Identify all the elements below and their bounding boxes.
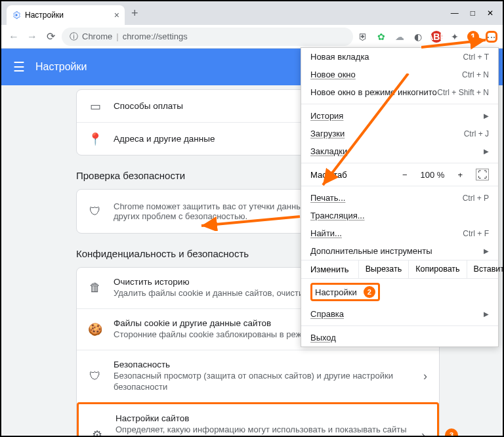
menu-edit-row: Изменить Вырезать Копировать Вставить (301, 260, 498, 279)
reload-button[interactable]: ⟳ (43, 30, 58, 44)
pocket-ext-icon[interactable]: ⛨ (357, 31, 369, 43)
dark-ext-icon[interactable]: ◐ (412, 31, 424, 43)
shield-check-icon: 🛡 (89, 205, 102, 218)
zoom-in-button[interactable]: + (453, 170, 467, 180)
annotation-badge-1: 1 (467, 31, 479, 43)
menu-history[interactable]: История▶ (301, 107, 498, 125)
row-subtitle: Безопасный просмотр (защита от опасных с… (114, 371, 411, 393)
cloud-ext-icon[interactable]: ☁ (394, 31, 406, 43)
omnibox[interactable]: ⓘ Chrome | chrome://settings (62, 28, 353, 46)
row-title: Безопасность (114, 360, 411, 369)
row-site-settings[interactable]: ⚙ Настройки сайтов Определяет, какую инф… (77, 402, 439, 436)
row-subtitle: Определяет, какую информацию могут испол… (116, 425, 410, 436)
forward-button[interactable]: → (25, 30, 39, 44)
browser-toolbar: ← → ⟳ ⓘ Chrome | chrome://settings ⛨ ✿ ☁… (1, 25, 503, 49)
close-tab-icon[interactable]: × (114, 10, 119, 20)
menu-more-tools[interactable]: Дополнительные инструменты▶ (301, 242, 498, 260)
window-maximize[interactable]: □ (471, 9, 475, 18)
shield-icon: 🛡 (89, 369, 102, 383)
lock-icon: ⓘ (70, 31, 78, 43)
annotation-badge-2: 2 (364, 286, 375, 298)
menu-settings[interactable]: Настройки 2 (301, 279, 498, 305)
sliders-icon: ⚙ (91, 428, 104, 436)
evernote-ext-icon[interactable]: ✿ (375, 31, 387, 43)
menu-find[interactable]: Найти...Ctrl + F (301, 224, 498, 242)
menu-copy[interactable]: Копировать (408, 260, 466, 278)
zoom-out-button[interactable]: − (398, 170, 411, 180)
menu-paste[interactable]: Вставить (467, 260, 504, 278)
menu-zoom: Масштаб − 100 % + ⛶ (301, 166, 498, 183)
chevron-right-icon: › (423, 369, 427, 383)
svg-point-0 (15, 14, 18, 16)
cookie-icon: 🍪 (89, 323, 102, 336)
settings-title: Настройки (35, 61, 87, 73)
trash-icon: 🗑 (89, 281, 102, 295)
menu-cast[interactable]: Трансляция... (301, 207, 498, 224)
window-minimize[interactable]: — (451, 9, 459, 18)
menu-exit[interactable]: Выход (301, 329, 498, 346)
menu-cut[interactable]: Вырезать (358, 260, 409, 278)
abp-ext-icon[interactable]: ABP (430, 31, 442, 43)
chrome-menu: Новая вкладкаCtrl + T Новое окноCtrl + N… (301, 47, 499, 347)
chrome-menu-button[interactable]: ⋮ (486, 31, 497, 43)
chevron-right-icon: › (421, 428, 425, 436)
card-icon: ▭ (89, 100, 102, 113)
omnibox-url: chrome://settings (123, 31, 188, 41)
fullscreen-button[interactable]: ⛶ (476, 169, 489, 180)
zoom-value: 100 % (421, 170, 445, 180)
tab-title: Настройки (25, 10, 64, 20)
menu-help[interactable]: Справка▶ (301, 305, 498, 323)
back-button[interactable]: ← (7, 30, 21, 44)
menu-new-window[interactable]: Новое окноCtrl + N (301, 66, 498, 83)
row-title: Настройки сайтов (116, 413, 410, 423)
window-titlebar: Настройки × + — □ ✕ (1, 1, 503, 25)
pin-icon: 📍 (89, 133, 102, 146)
extensions-icon[interactable]: ✦ (449, 31, 461, 43)
new-tab-button[interactable]: + (131, 7, 138, 20)
browser-tab[interactable]: Настройки × (7, 5, 125, 25)
window-close[interactable]: ✕ (487, 9, 494, 18)
gear-icon (12, 10, 21, 20)
annotation-badge-3: 3 (445, 428, 458, 436)
hamburger-icon[interactable]: ☰ (13, 59, 25, 75)
omnibox-scheme: Chrome (82, 31, 112, 41)
menu-bookmarks[interactable]: Закладки▶ (301, 142, 498, 160)
menu-print[interactable]: Печать...Ctrl + P (301, 189, 498, 207)
menu-new-tab[interactable]: Новая вкладкаCtrl + T (301, 48, 498, 66)
menu-downloads[interactable]: ЗагрузкиCtrl + J (301, 125, 498, 142)
row-security[interactable]: 🛡 Безопасность Безопасный просмотр (защи… (77, 350, 439, 402)
menu-incognito[interactable]: Новое окно в режиме инкогнитоCtrl + Shif… (301, 83, 498, 101)
